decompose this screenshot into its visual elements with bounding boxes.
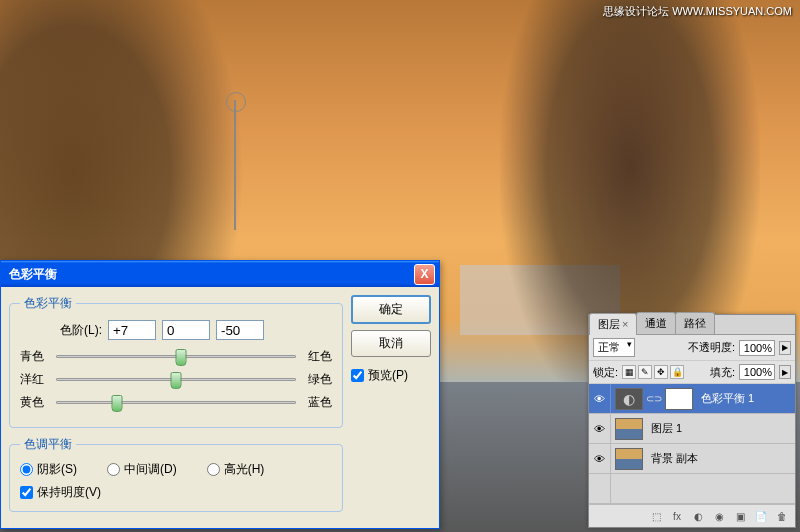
radio-highlights[interactable]: 高光(H) (207, 461, 265, 478)
tone-legend: 色调平衡 (20, 436, 76, 453)
lock-pixels-icon[interactable]: ✎ (638, 365, 652, 379)
slider-magenta-green: 洋红 绿色 (20, 371, 332, 388)
fill-value[interactable]: 100% (739, 364, 775, 380)
lock-icons: ▦ ✎ ✥ 🔒 (622, 365, 684, 379)
color-balance-group: 色彩平衡 色阶(L): 青色 红色 洋红 绿色 (9, 295, 343, 428)
trash-icon[interactable]: 🗑 (773, 508, 791, 524)
group-icon[interactable]: ▣ (731, 508, 749, 524)
visibility-toggle[interactable]: 👁 (589, 414, 611, 443)
opacity-arrow-icon[interactable]: ▶ (779, 341, 791, 355)
layer-empty-row (589, 474, 795, 504)
color-balance-dialog: 色彩平衡 X 色彩平衡 色阶(L): 青色 红色 洋红 (0, 260, 440, 529)
panel-footer: ⬚ fx ◐ ◉ ▣ 📄 🗑 (589, 504, 795, 527)
tab-paths[interactable]: 路径 (675, 312, 715, 334)
preserve-luminosity-checkbox[interactable]: 保持明度(V) (20, 484, 332, 501)
lock-label: 锁定: (593, 365, 618, 380)
layer-thumb[interactable] (615, 418, 643, 440)
group-legend: 色彩平衡 (20, 295, 76, 312)
new-layer-icon[interactable]: 📄 (752, 508, 770, 524)
lock-transparent-icon[interactable]: ▦ (622, 365, 636, 379)
mask-thumb[interactable] (665, 388, 693, 410)
link-layers-icon[interactable]: ⬚ (647, 508, 665, 524)
preview-checkbox[interactable]: 预览(P) (351, 367, 431, 384)
layer-name[interactable]: 背景 副本 (647, 451, 698, 466)
adjustment-thumb[interactable]: ◐ (615, 388, 643, 410)
scene-tower (234, 100, 236, 230)
level-yellow-blue-input[interactable] (216, 320, 264, 340)
tone-balance-group: 色调平衡 阴影(S) 中间调(D) 高光(H) 保持明度(V) (9, 436, 343, 512)
layer-item-background-copy[interactable]: 👁 背景 副本 (589, 444, 795, 474)
slider-track-2[interactable] (56, 378, 296, 381)
slider-thumb-1[interactable] (175, 349, 186, 366)
close-icon: X (420, 267, 428, 281)
radio-shadows[interactable]: 阴影(S) (20, 461, 77, 478)
tab-layers[interactable]: 图层× (589, 313, 637, 335)
layers-panel: 图层× 通道 路径 正常 不透明度: 100% ▶ 锁定: ▦ ✎ ✥ 🔒 填充… (588, 314, 796, 528)
ok-button[interactable]: 确定 (351, 295, 431, 324)
layer-name[interactable]: 图层 1 (647, 421, 682, 436)
lock-all-icon[interactable]: 🔒 (670, 365, 684, 379)
fill-label: 填充: (710, 365, 735, 380)
slider-thumb-3[interactable] (111, 395, 122, 412)
lock-position-icon[interactable]: ✥ (654, 365, 668, 379)
opacity-label: 不透明度: (688, 340, 735, 355)
layer-list: 👁 ◐ ⊂⊃ 色彩平衡 1 👁 图层 1 👁 背景 副本 (589, 384, 795, 504)
panel-tabs: 图层× 通道 路径 (589, 315, 795, 335)
slider-track-1[interactable] (56, 355, 296, 358)
dialog-titlebar[interactable]: 色彩平衡 X (1, 261, 439, 287)
visibility-toggle[interactable]: 👁 (589, 384, 611, 413)
fx-icon[interactable]: fx (668, 508, 686, 524)
adjustment-icon[interactable]: ◉ (710, 508, 728, 524)
slider-track-3[interactable] (56, 401, 296, 404)
level-magenta-green-input[interactable] (162, 320, 210, 340)
layer-item-color-balance[interactable]: 👁 ◐ ⊂⊃ 色彩平衡 1 (589, 384, 795, 414)
mask-icon[interactable]: ◐ (689, 508, 707, 524)
link-icon: ⊂⊃ (646, 393, 662, 404)
dialog-title: 色彩平衡 (9, 266, 414, 283)
layer-thumb[interactable] (615, 448, 643, 470)
layer-name[interactable]: 色彩平衡 1 (697, 391, 754, 406)
cancel-button[interactable]: 取消 (351, 330, 431, 357)
slider-cyan-red: 青色 红色 (20, 348, 332, 365)
tab-channels[interactable]: 通道 (636, 312, 676, 334)
close-button[interactable]: X (414, 264, 435, 285)
visibility-toggle[interactable]: 👁 (589, 444, 611, 473)
opacity-value[interactable]: 100% (739, 340, 775, 356)
radio-midtones[interactable]: 中间调(D) (107, 461, 177, 478)
level-cyan-red-input[interactable] (108, 320, 156, 340)
slider-thumb-2[interactable] (171, 372, 182, 389)
slider-yellow-blue: 黄色 蓝色 (20, 394, 332, 411)
fill-arrow-icon[interactable]: ▶ (779, 365, 791, 379)
levels-label: 色阶(L): (60, 322, 102, 339)
watermark-top: 思缘设计论坛 WWW.MISSYUAN.COM (603, 4, 792, 19)
tab-close-icon[interactable]: × (622, 318, 628, 330)
blend-mode-dropdown[interactable]: 正常 (593, 338, 635, 357)
layer-item-layer1[interactable]: 👁 图层 1 (589, 414, 795, 444)
